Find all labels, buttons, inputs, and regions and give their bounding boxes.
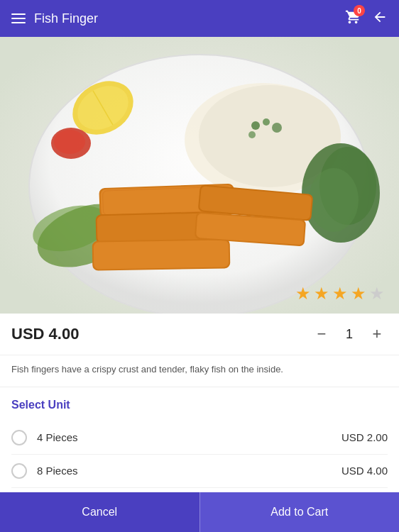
unit-label-1: 4 Pieces <box>37 431 341 443</box>
header-right: 0 <box>345 9 388 28</box>
product-price: USD 4.00 <box>11 325 79 343</box>
add-to-cart-button[interactable]: Add to Cart <box>200 492 400 532</box>
svg-point-11 <box>309 168 359 232</box>
svg-point-18 <box>54 130 85 154</box>
product-description: Fish fingers have a crispy crust and ten… <box>0 355 399 387</box>
product-image-container: ★ ★ ★ ★ ★ <box>0 37 399 314</box>
unit-price-2: USD 4.00 <box>341 465 388 477</box>
decrease-qty-button[interactable]: − <box>311 323 332 345</box>
star-4: ★ <box>351 284 366 304</box>
svg-point-8 <box>248 131 256 138</box>
price-qty-row: USD 4.00 − 1 + <box>0 314 399 355</box>
page-title: Fish Finger <box>34 11 98 26</box>
star-2: ★ <box>314 284 329 304</box>
svg-rect-25 <box>94 240 229 269</box>
product-image <box>0 37 399 314</box>
select-unit-title: Select Unit <box>11 399 388 411</box>
quantity-controls: − 1 + <box>311 323 388 345</box>
unit-option-1[interactable]: 4 Pieces USD 2.00 <box>11 421 388 455</box>
unit-option-2[interactable]: 8 Pieces USD 4.00 <box>11 455 388 488</box>
svg-point-5 <box>251 121 260 130</box>
unit-radio-2[interactable] <box>11 463 27 479</box>
cart-button[interactable]: 0 <box>345 9 361 28</box>
cart-badge: 0 <box>354 5 365 16</box>
unit-price-1: USD 2.00 <box>341 431 388 443</box>
quantity-value: 1 <box>342 327 356 342</box>
back-icon <box>372 9 388 25</box>
svg-point-6 <box>263 118 270 126</box>
unit-radio-1[interactable] <box>11 430 27 445</box>
menu-icon[interactable] <box>11 13 26 23</box>
cancel-button[interactable]: Cancel <box>0 492 200 532</box>
select-unit-section: Select Unit 4 Pieces USD 2.00 8 Pieces U… <box>0 387 399 494</box>
bottom-buttons: Cancel Add to Cart <box>0 492 399 532</box>
back-button[interactable] <box>372 9 388 28</box>
unit-label-2: 8 Pieces <box>37 465 341 477</box>
header-left: Fish Finger <box>11 11 98 26</box>
star-1: ★ <box>295 284 311 304</box>
star-3: ★ <box>332 284 348 304</box>
rating-stars: ★ ★ ★ ★ ★ <box>295 284 385 304</box>
star-5: ★ <box>369 284 385 304</box>
app-header: Fish Finger 0 <box>0 0 399 37</box>
increase-qty-button[interactable]: + <box>366 323 388 345</box>
svg-point-7 <box>272 123 282 133</box>
